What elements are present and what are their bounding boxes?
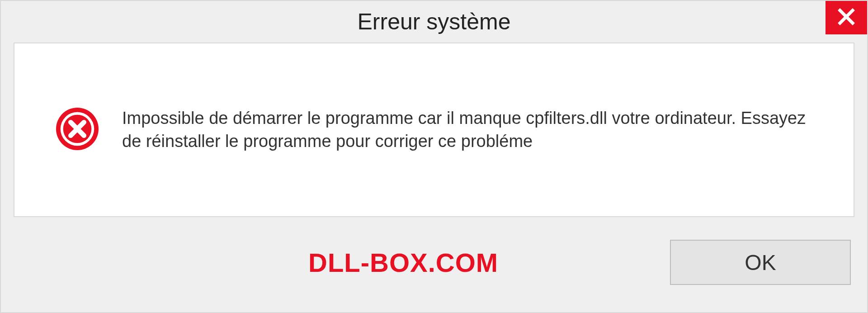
error-icon (55, 107, 99, 153)
dialog-footer: DLL-BOX.COM OK (1, 217, 867, 308)
error-dialog: Erreur système Impossible de démarrer le… (0, 0, 868, 313)
dialog-title: Erreur système (358, 9, 511, 35)
content-panel: Impossible de démarrer le programme car … (14, 43, 854, 217)
close-button[interactable] (826, 1, 867, 34)
title-bar: Erreur système (1, 1, 867, 43)
brand-label: DLL-BOX.COM (308, 247, 498, 278)
ok-button-label: OK (745, 250, 776, 275)
ok-button[interactable]: OK (670, 240, 851, 285)
close-icon (837, 8, 855, 28)
error-message: Impossible de démarrer le programme car … (122, 107, 826, 153)
